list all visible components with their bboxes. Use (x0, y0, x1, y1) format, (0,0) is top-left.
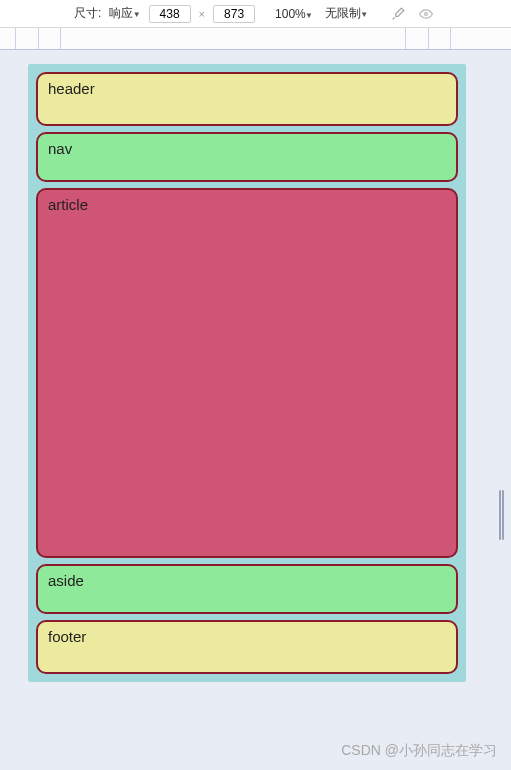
responsive-dropdown[interactable]: 响应 ▼ (109, 5, 140, 22)
scrollbar-indicator[interactable] (499, 490, 505, 540)
ruler (0, 28, 511, 50)
chevron-down-icon: ▼ (360, 10, 368, 19)
nav-section: nav (36, 132, 458, 182)
throttle-dropdown[interactable]: 无限制 ▼ (325, 5, 368, 22)
article-section: article (36, 188, 458, 558)
header-label: header (48, 80, 95, 97)
device-viewport: header nav article aside footer (0, 50, 511, 770)
eye-icon[interactable] (416, 4, 436, 24)
article-label: article (48, 196, 88, 213)
times-separator: × (199, 8, 205, 20)
watermark: CSDN @小孙同志在学习 (341, 742, 497, 760)
chevron-down-icon: ▼ (133, 10, 141, 19)
width-input[interactable] (149, 5, 191, 23)
eyedropper-icon[interactable] (388, 4, 408, 24)
nav-label: nav (48, 140, 72, 157)
height-input[interactable] (213, 5, 255, 23)
zoom-dropdown[interactable]: 100% ▼ (275, 7, 313, 21)
aside-section: aside (36, 564, 458, 614)
footer-label: footer (48, 628, 86, 645)
devtools-device-toolbar: 尺寸: 响应 ▼ × 100% ▼ 无限制 ▼ (0, 0, 511, 28)
chevron-down-icon: ▼ (305, 11, 313, 20)
page-body: header nav article aside footer (28, 64, 466, 682)
size-label: 尺寸: (4, 5, 101, 22)
aside-label: aside (48, 572, 84, 589)
header-section: header (36, 72, 458, 126)
svg-point-0 (425, 12, 428, 15)
footer-section: footer (36, 620, 458, 674)
